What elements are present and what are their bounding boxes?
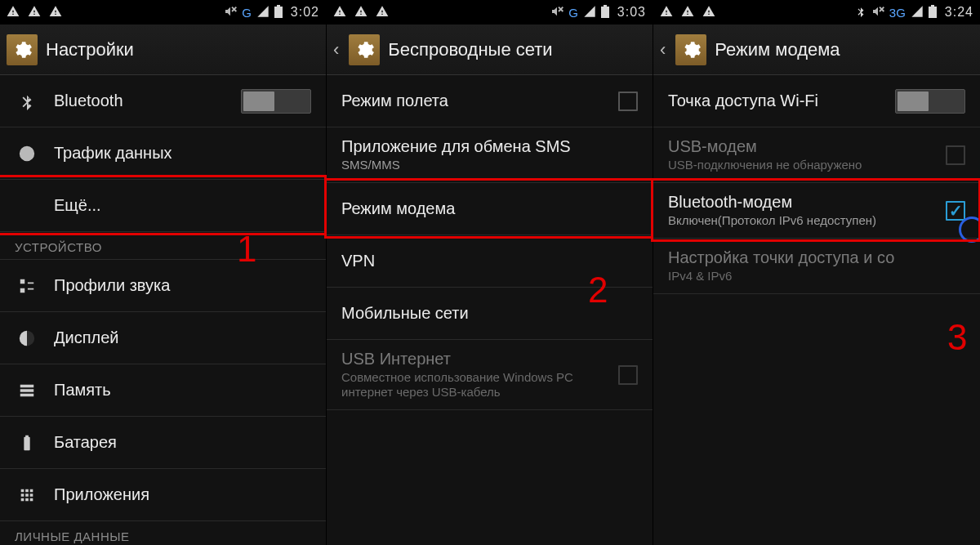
row-label: Батарея: [54, 433, 311, 452]
battery-icon: [929, 5, 937, 20]
settings-row: Настройка точки доступа и со IPv4 & IPv6: [653, 239, 980, 294]
warning-icon: [376, 5, 389, 20]
action-bar: Настройки: [0, 25, 326, 75]
warning-icon: [660, 5, 673, 20]
back-icon[interactable]: ‹: [333, 39, 341, 60]
bluetooth-status-icon: [855, 5, 866, 20]
row-subtext: IPv4 & IPv6: [668, 269, 965, 284]
toggle-switch[interactable]: O: [895, 89, 965, 114]
row-subtext: USB-подключения не обнаружено: [668, 158, 938, 172]
signal-icon: [911, 5, 924, 20]
clock: 3:02: [291, 5, 319, 20]
warning-icon: [49, 5, 62, 20]
row-label: VPN: [341, 252, 638, 270]
clock: 3:24: [945, 5, 973, 20]
checkbox: [618, 365, 638, 385]
row-label: Мобильные сети: [341, 304, 638, 323]
settings-row: USB-модем USB-подключения не обнаружено: [653, 127, 980, 183]
svg-rect-0: [274, 7, 283, 18]
svg-rect-2: [601, 7, 609, 18]
svg-rect-4: [929, 7, 937, 18]
settings-app-icon[interactable]: [675, 34, 706, 65]
row-label: Режим модема: [341, 199, 638, 218]
settings-row[interactable]: Дисплей: [0, 312, 326, 364]
mute-icon: [871, 5, 884, 20]
status-bar: G 3:02: [0, 0, 326, 25]
settings-row[interactable]: Режим полета: [327, 75, 653, 127]
network-type: 3G: [889, 6, 906, 20]
settings-row[interactable]: Bluetooth O: [0, 75, 326, 127]
settings-row[interactable]: Память: [0, 364, 326, 417]
row-label: Точка доступа Wi-Fi: [668, 92, 887, 110]
warning-icon: [681, 5, 694, 20]
screen-title: Беспроводные сети: [388, 39, 552, 60]
warning-icon: [354, 5, 368, 20]
status-bar: 3G 3:24: [653, 0, 980, 25]
toggle-switch[interactable]: O: [241, 89, 311, 114]
section-header: УСТРОЙСТВО: [0, 232, 326, 260]
phone-screen-3: 3G 3:24 ‹ Режим модема Точка доступа Wi-…: [653, 0, 980, 545]
mute-icon: [224, 5, 237, 20]
settings-row[interactable]: Мобильные сети: [327, 288, 653, 340]
row-subtext: Совместное использование Windows PC инте…: [341, 370, 610, 400]
settings-list: Bluetooth O Трафик данных Ещё... УСТРОЙС…: [0, 75, 326, 545]
settings-app-icon[interactable]: [7, 34, 38, 65]
storage-icon: [15, 382, 39, 400]
sound-icon: [15, 277, 39, 295]
row-label: Дисплей: [54, 328, 311, 347]
row-label: Приложение для обмена SMS: [341, 137, 638, 156]
checkbox[interactable]: [946, 201, 965, 221]
settings-list: Точка доступа Wi-Fi O USB-модем USB-подк…: [653, 75, 980, 545]
row-label: Bluetooth: [54, 92, 233, 110]
settings-row[interactable]: Точка доступа Wi-Fi O: [653, 75, 980, 127]
signal-icon: [583, 5, 596, 20]
battery-icon: [274, 5, 283, 20]
row-label: USB-модем: [668, 137, 938, 156]
back-icon[interactable]: ‹: [660, 39, 667, 60]
phone-screen-2: G 3:03 ‹ Беспроводные сети Режим полета …: [327, 0, 653, 545]
section-header: ЛИЧНЫЕ ДАННЫЕ: [0, 521, 326, 545]
settings-row[interactable]: Приложения: [0, 469, 326, 521]
checkbox: [946, 145, 965, 165]
settings-row[interactable]: Профили звука: [0, 260, 326, 312]
settings-row[interactable]: Батарея: [0, 417, 326, 469]
settings-row[interactable]: Режим модема: [327, 183, 653, 235]
row-subtext: Включен(Протокол IPv6 недоступен): [668, 213, 938, 228]
battery-icon: [601, 5, 609, 20]
row-label: Bluetooth-модем: [668, 193, 938, 212]
action-bar: ‹ Беспроводные сети: [327, 25, 653, 75]
battery-icon: [15, 434, 39, 452]
settings-row[interactable]: VPN: [327, 235, 653, 288]
svg-rect-1: [277, 5, 280, 7]
row-label: Память: [54, 381, 311, 400]
action-bar: ‹ Режим модема: [653, 25, 980, 75]
mute-icon: [550, 5, 564, 20]
settings-row[interactable]: Приложение для обмена SMS SMS/MMS: [327, 127, 653, 183]
row-label: Ещё...: [54, 196, 311, 215]
row-label: Профили звука: [54, 276, 311, 295]
row-subtext: SMS/MMS: [341, 158, 638, 172]
settings-app-icon[interactable]: [349, 34, 380, 65]
phone-screen-1: G 3:02 Настройки Bluetooth O Трафик данн…: [0, 0, 327, 545]
data-icon: [15, 145, 39, 163]
settings-row[interactable]: Bluetooth-модем Включен(Протокол IPv6 не…: [653, 183, 980, 239]
status-bar: G 3:03: [327, 0, 653, 25]
row-label: Настройка точки доступа и со: [668, 248, 965, 267]
signal-icon: [256, 5, 270, 20]
settings-list: Режим полета Приложение для обмена SMS S…: [327, 75, 653, 545]
row-label: Трафик данных: [54, 144, 311, 163]
settings-row[interactable]: Трафик данных: [0, 127, 326, 180]
row-label: USB Интернет: [341, 350, 610, 369]
warning-icon: [7, 5, 20, 20]
row-label: Режим полета: [341, 92, 610, 110]
screen-title: Настройки: [46, 39, 134, 60]
settings-row[interactable]: Ещё...: [0, 180, 326, 232]
apps-icon: [15, 486, 39, 504]
checkbox[interactable]: [618, 92, 638, 111]
row-label: Приложения: [54, 485, 311, 504]
screen-title: Режим модема: [715, 39, 840, 60]
svg-rect-5: [931, 5, 934, 7]
warning-icon: [702, 5, 715, 20]
svg-rect-3: [604, 5, 607, 7]
network-type: G: [568, 6, 578, 20]
